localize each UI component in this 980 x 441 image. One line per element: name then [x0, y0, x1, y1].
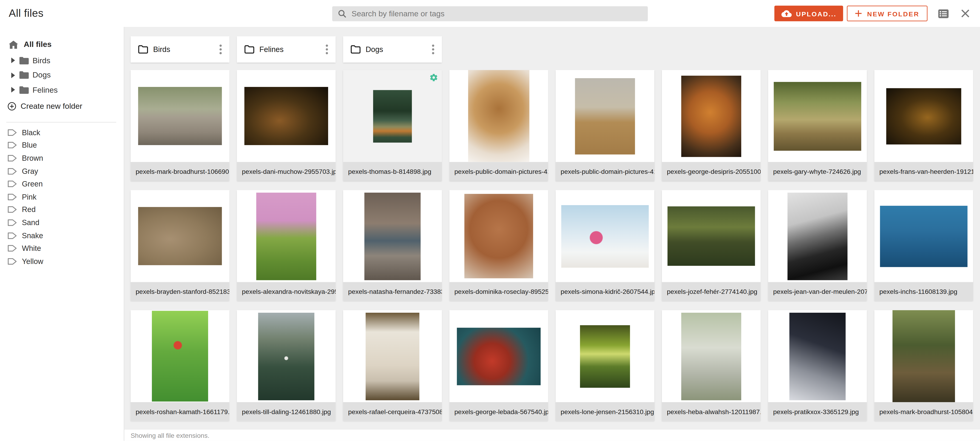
file-card[interactable]: pexels-brayden-stanford-8521834.... [130, 190, 229, 301]
file-name: pexels-gary-whyte-724626.jpg [773, 162, 862, 181]
file-card[interactable]: pexels-pratikxox-3365129.jpg [768, 310, 867, 421]
sidebar-tag-item[interactable]: Gray [0, 165, 124, 177]
folder-chip-felines[interactable]: Felines [237, 36, 336, 62]
file-name-bar: pexels-heba-alwahsh-12011987.jpg [662, 402, 760, 421]
file-name-bar: pexels-dani-muchow-2955703.jpg [237, 162, 336, 181]
file-thumbnail [681, 313, 741, 400]
sidebar-tag-item[interactable]: Blue [0, 139, 124, 152]
file-thumbnail [366, 313, 419, 400]
file-thumbnail-area [237, 190, 336, 282]
file-card[interactable]: pexels-george-desipris-2055100.jpg [662, 70, 760, 181]
file-card[interactable]: pexels-inchs-11608139.jpg [874, 190, 973, 301]
sidebar-tag-item[interactable]: Sand [0, 216, 124, 229]
file-card[interactable]: pexels-mark-broadhurst-106690.jpg [130, 70, 229, 181]
sidebar-tag-item[interactable]: White [0, 242, 124, 255]
file-card[interactable]: pexels-alexandra-novitskaya-2951... [237, 190, 336, 301]
sidebar-tag-item[interactable]: Pink [0, 190, 124, 203]
file-card[interactable]: pexels-george-lebada-567540.jpg [449, 310, 548, 421]
file-card[interactable]: pexels-heba-alwahsh-12011987.jpg [662, 310, 760, 421]
create-new-folder-button[interactable]: Create new folder [0, 99, 124, 113]
file-card[interactable]: pexels-rafael-cerqueira-4737508.jpg [343, 310, 442, 421]
folder-chips-row: Birds Felines Dogs [130, 36, 974, 62]
file-card[interactable]: pexels-natasha-fernandez-733835... [343, 190, 442, 301]
file-name: pexels-dominika-roseclay-895259.... [454, 282, 543, 301]
file-thumbnail [575, 78, 635, 154]
file-name: pexels-heba-alwahsh-12011987.jpg [667, 402, 756, 421]
list-view-button[interactable] [938, 9, 949, 18]
file-name-bar: pexels-rafael-cerqueira-4737508.jpg [343, 402, 442, 421]
file-thumbnail-area [130, 190, 229, 282]
file-thumbnail [789, 313, 846, 400]
file-card[interactable]: pexels-roshan-kamath-1661179.jpg [130, 310, 229, 421]
file-thumbnail-area [874, 190, 973, 282]
chevron-right-icon[interactable] [11, 72, 15, 78]
file-name-bar: pexels-inchs-11608139.jpg [874, 282, 973, 301]
file-name-bar: pexels-pratikxox-3365129.jpg [768, 402, 867, 421]
folder-chip-birds[interactable]: Birds [130, 36, 229, 62]
sidebar-tag-item[interactable]: Snake [0, 229, 124, 242]
create-new-folder-label: Create new folder [21, 102, 82, 110]
file-card[interactable]: pexels-dani-muchow-2955703.jpg [237, 70, 336, 181]
sidebar-tag-item[interactable]: Yellow [0, 255, 124, 268]
folder-chip-label: Dogs [366, 45, 431, 54]
search-bar[interactable] [332, 6, 648, 21]
page-title: All files [9, 7, 43, 19]
folder-outline-icon [351, 45, 361, 54]
file-thumbnail-area [343, 70, 442, 162]
file-thumbnail-area [449, 70, 548, 162]
file-card[interactable]: pexels-gary-whyte-724626.jpg [768, 70, 867, 181]
sidebar-tag-item[interactable]: Red [0, 203, 124, 216]
file-thumbnail [138, 87, 222, 145]
sidebar-item-all-files[interactable]: All files [0, 38, 124, 51]
new-folder-button-label: NEW FOLDER [867, 10, 920, 17]
chevron-right-icon[interactable] [11, 58, 15, 63]
sidebar-folder-birds[interactable]: Birds [0, 53, 124, 68]
file-card[interactable]: pexels-public-domain-pictures-41... [555, 70, 654, 181]
file-name-bar: pexels-till-daling-12461880.jpg [237, 402, 336, 421]
file-card[interactable]: pexels-mark-broadhurst-105804.jpg [874, 310, 973, 421]
sidebar-folder-felines[interactable]: Felines [0, 83, 124, 97]
file-card[interactable]: pexels-dominika-roseclay-895259.... [449, 190, 548, 301]
search-input[interactable] [347, 10, 648, 18]
close-button[interactable] [961, 9, 970, 18]
file-thumbnail-area [662, 310, 760, 402]
tag-label: Snake [22, 231, 43, 240]
file-card[interactable]: pexels-till-daling-12461880.jpg [237, 310, 336, 421]
file-name: pexels-george-lebada-567540.jpg [454, 402, 543, 421]
tag-label: White [22, 244, 41, 253]
file-card[interactable]: pexels-thomas-b-814898.jpg [343, 70, 442, 181]
sidebar-tag-item[interactable]: Green [0, 177, 124, 190]
kebab-menu-icon[interactable] [218, 43, 223, 56]
file-thumbnail [138, 207, 222, 265]
file-card[interactable]: pexels-frans-van-heerden-191217... [874, 70, 973, 181]
status-text: Showing all file extensions. [130, 431, 209, 439]
file-card[interactable]: pexels-lone-jensen-2156310.jpg [555, 310, 654, 421]
sidebar-folder-dogs[interactable]: Dogs [0, 68, 124, 83]
file-thumbnail [774, 81, 861, 150]
file-thumbnail-area [555, 310, 654, 402]
chevron-right-icon[interactable] [11, 87, 15, 93]
sidebar-tag-item[interactable]: Black [0, 126, 124, 139]
tag-label: Blue [22, 141, 37, 150]
file-name: pexels-lone-jensen-2156310.jpg [561, 402, 649, 421]
new-folder-button[interactable]: NEW FOLDER [847, 5, 928, 21]
sidebar-tag-item[interactable]: Brown [0, 152, 124, 165]
tag-label: Pink [22, 192, 36, 201]
close-icon [961, 9, 970, 18]
file-card[interactable]: pexels-simona-kidrič-2607544.jpg [555, 190, 654, 301]
folder-chip-dogs[interactable]: Dogs [343, 36, 442, 62]
file-name: pexels-natasha-fernandez-733835... [348, 282, 437, 301]
upload-button-label: UPLOAD... [796, 10, 837, 17]
file-card[interactable]: pexels-public-domain-pictures-41... [449, 70, 548, 181]
kebab-menu-icon[interactable] [325, 43, 329, 56]
upload-button[interactable]: UPLOAD... [774, 5, 843, 21]
file-manager-window: All files UPLOAD... NEW FOLDER [0, 0, 980, 441]
file-card[interactable]: pexels-jozef-fehér-2774140.jpg [662, 190, 760, 301]
kebab-menu-icon[interactable] [431, 43, 436, 56]
tag-label: Green [22, 180, 43, 188]
tag-icon [8, 232, 17, 240]
tag-label: Sand [22, 218, 39, 227]
tag-icon [8, 129, 17, 136]
file-card[interactable]: pexels-jean-van-der-meulen-2078... [768, 190, 867, 301]
list-view-icon [938, 9, 949, 18]
